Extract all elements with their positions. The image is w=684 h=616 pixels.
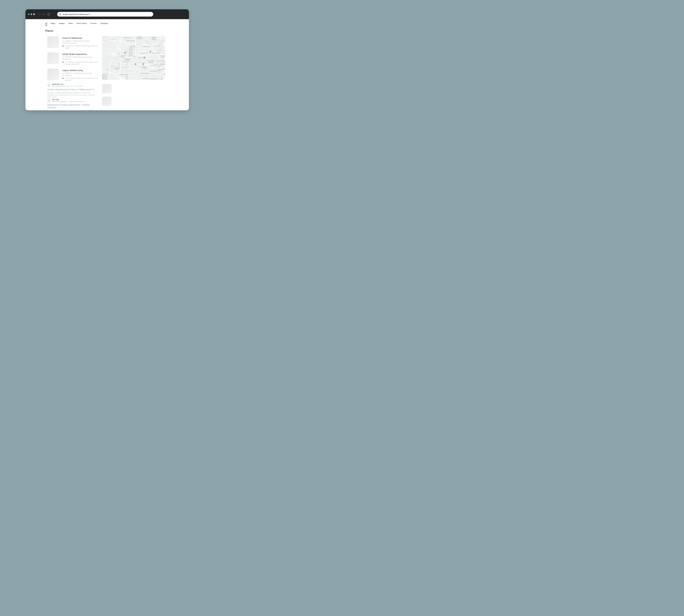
search-tab[interactable]: Shopping: [100, 22, 108, 24]
result-snippet: Discover your ideal college housing in T…: [47, 92, 97, 98]
place-review-count: (212): [73, 72, 76, 74]
star-empty: ★: [71, 40, 72, 42]
place-rating-row: 4.0 ★★★★★ (212) Student housing center: [62, 72, 98, 74]
place-category: Student housing center: [77, 72, 92, 74]
place-card[interactable]: Forum at Tallahassee 4.0 ★★★★★ (828) Apa…: [47, 35, 98, 51]
places-list: Forum at Tallahassee 4.0 ★★★★★ (828) Apa…: [47, 35, 98, 84]
search-result: Apartments.com https://www.apartments.co…: [47, 83, 98, 98]
result-thumbnail[interactable]: [102, 96, 112, 106]
reviewer-avatar-icon: [62, 61, 64, 63]
result-title-link[interactable]: Student Apartments for Rent in Tallahass…: [47, 88, 98, 91]
place-card[interactable]: NxNW Student Apartments 4.1 ★★★★★ (824) …: [47, 51, 98, 67]
star-empty: ★: [71, 56, 72, 58]
map-marker[interactable]: [142, 63, 144, 65]
search-tabs: All Maps Images News Short videos Forums…: [45, 22, 108, 24]
place-review-quote: “Good place for students, well balanced …: [65, 45, 98, 49]
search-tab[interactable]: All: [45, 22, 47, 24]
result-menu-icon[interactable]: ⋮: [85, 101, 87, 102]
map[interactable]: Hartsfield RdHartsW Tharpe StW Tharpe St…: [102, 36, 165, 80]
result-menu-icon[interactable]: ⋮: [84, 85, 85, 87]
result-site-name[interactable]: Apartments.com: [52, 83, 85, 85]
browser-window: student apartments tallahassee fl All Ma…: [25, 9, 189, 110]
forward-button[interactable]: [43, 13, 45, 16]
result-header: Apartments.com https://www.apartments.co…: [47, 83, 98, 87]
place-photo[interactable]: [47, 36, 59, 48]
reviewer-avatar-icon: [62, 78, 64, 79]
star-rating-icon: ★★★★★: [65, 56, 72, 58]
places-header: Places ⋮: [45, 29, 58, 32]
place-info: Forum at Tallahassee 4.0 ★★★★★ (828) Apa…: [62, 36, 98, 49]
place-photo[interactable]: [47, 52, 59, 64]
organic-results: Apartments.com https://www.apartments.co…: [47, 83, 98, 110]
result-site-block: Rent Tally https://www.renttally.com · t…: [52, 99, 87, 102]
place-title[interactable]: Legacy Student Living: [62, 69, 98, 71]
result-header: Rent Tally https://www.renttally.com · t…: [47, 99, 98, 102]
map-markers: [102, 36, 165, 80]
result-site-block: Apartments.com https://www.apartments.co…: [52, 83, 85, 87]
search-tab[interactable]: Maps: [51, 22, 55, 24]
close-window-button[interactable]: [28, 14, 30, 15]
place-review: “The clubhouse, private study rooms, and…: [62, 61, 98, 65]
place-title[interactable]: NxNW Student Apartments: [62, 53, 98, 55]
map-marker[interactable]: [150, 51, 152, 53]
star-rating-icon: ★★★★★: [65, 72, 72, 74]
result-thumbnail[interactable]: [102, 84, 112, 93]
place-rating-row: 4.0 ★★★★★ (828) Apartment Building: [62, 40, 98, 42]
place-address: 2525 W Tennessee St: [62, 42, 98, 44]
map-marker[interactable]: [124, 52, 126, 54]
place-category: Apartment Building: [76, 40, 89, 42]
desktop-background: student apartments tallahassee fl All Ma…: [0, 0, 214, 121]
place-rating-value: 4.0: [62, 40, 64, 42]
place-address: 800 Basin St: [62, 59, 98, 60]
search-tab[interactable]: Short videos: [76, 22, 87, 24]
stars-filled: ★★★★: [65, 40, 71, 42]
map-marker[interactable]: [135, 63, 137, 65]
place-info: Legacy Student Living 4.0 ★★★★★ (212) St…: [62, 69, 98, 81]
places-menu-icon[interactable]: ⋮: [56, 30, 58, 32]
search-bar[interactable]: student apartments tallahassee fl: [57, 12, 153, 17]
result-snippet: See a list of Tallahassee student apartm…: [47, 110, 97, 110]
stars-filled: ★★★★: [65, 72, 71, 74]
back-button[interactable]: [39, 13, 41, 16]
place-review-quote: “The clubhouse, private study rooms, and…: [65, 61, 98, 65]
result-url[interactable]: https://www.apartments.com › FL › Leon C…: [52, 85, 82, 87]
place-meta: (828) Apartment Building: [73, 40, 89, 42]
place-rating-value: 4.1: [62, 56, 64, 58]
search-result: Rent Tally https://www.renttally.com · t…: [47, 99, 98, 110]
result-site-name[interactable]: Rent Tally: [52, 99, 87, 100]
result-title-link[interactable]: Tallahassee Student Apartments | Student…: [47, 104, 98, 109]
places-heading: Places: [45, 29, 53, 32]
place-rating-value: 4.0: [62, 72, 64, 74]
star-rating-icon: ★★★★★: [65, 40, 72, 42]
place-review-count: (824): [73, 56, 76, 58]
chevron-right-icon: [43, 13, 45, 16]
place-info: NxNW Student Apartments 4.1 ★★★★★ (824) …: [62, 52, 98, 65]
minimize-window-button[interactable]: [31, 14, 32, 15]
search-query[interactable]: student apartments tallahassee fl: [62, 13, 90, 15]
browser-titlebar: student apartments tallahassee fl: [25, 9, 189, 19]
search-tab[interactable]: Images: [59, 22, 65, 24]
place-title[interactable]: Forum at Tallahassee: [62, 37, 98, 39]
place-review: “It has a fantastic location close to ca…: [62, 77, 98, 81]
star-empty: ★: [71, 72, 72, 74]
chevron-left-icon: [39, 13, 41, 16]
place-card[interactable]: Legacy Student Living 4.0 ★★★★★ (212) St…: [47, 67, 98, 84]
place-meta: (212) Student housing center: [73, 72, 92, 74]
site-favicon: [47, 99, 51, 102]
stars-filled: ★★★★: [65, 56, 71, 58]
reviewer-avatar-icon: [62, 45, 64, 47]
map-marker[interactable]: [143, 57, 145, 59]
sidebar-toggle-icon[interactable]: [47, 13, 50, 15]
site-favicon: [47, 84, 51, 87]
place-review-count: (828): [73, 40, 76, 42]
zoom-window-button[interactable]: [33, 14, 35, 15]
place-photo[interactable]: [47, 69, 59, 80]
place-review: “Good place for students, well balanced …: [62, 45, 98, 49]
search-tab[interactable]: Forums: [90, 22, 97, 24]
place-category: Student housing center: [77, 56, 92, 58]
place-review-quote: “It has a fantastic location close to ca…: [65, 77, 98, 81]
search-icon: [59, 13, 61, 15]
result-url[interactable]: https://www.renttally.com · tallahassee-…: [52, 101, 84, 102]
search-tab[interactable]: News: [68, 22, 73, 24]
place-rating-row: 4.1 ★★★★★ (824) Student housing center: [62, 56, 98, 58]
